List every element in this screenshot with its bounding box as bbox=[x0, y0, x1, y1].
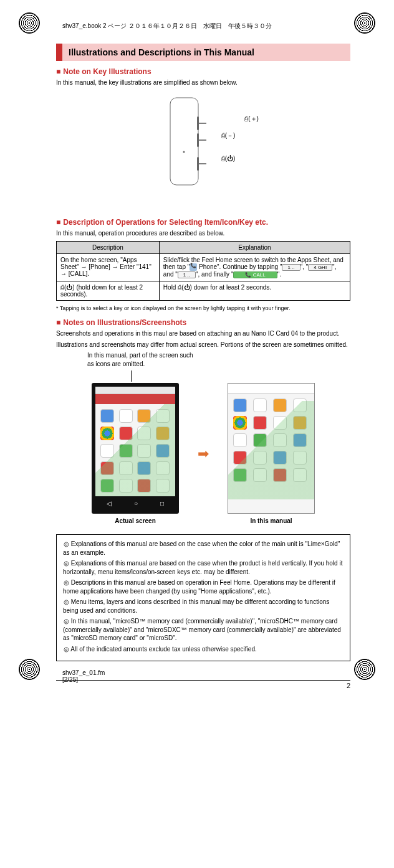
th-explanation: Explanation bbox=[159, 242, 350, 254]
section-heading: Illustrations and Descriptions in This M… bbox=[56, 44, 350, 61]
phone-icon bbox=[190, 263, 197, 271]
subhead-screenshots: Notes on Illustrations/Screenshots bbox=[56, 318, 350, 327]
subhead-operations: Description of Operations for Selecting … bbox=[56, 218, 350, 227]
manual-caption: In this manual bbox=[228, 517, 315, 524]
section-title: Illustrations and Descriptions in This M… bbox=[69, 47, 344, 57]
subhead-key-illustrations: Note on Key Illustrations bbox=[56, 67, 350, 76]
table-row: On the home screen, "Apps Sheet" → [Phon… bbox=[57, 254, 350, 281]
body-key-illustrations: In this manual, the key illustrations ar… bbox=[56, 78, 350, 87]
footer-file: shv37_e_01.fm [2/25] bbox=[62, 669, 105, 683]
note-item: ◎ In this manual, "microSD™ memory card … bbox=[63, 617, 344, 643]
page-number: 2 bbox=[347, 682, 350, 689]
arrow-icon: ➡ bbox=[198, 446, 209, 462]
crop-mark-tr bbox=[354, 12, 375, 37]
body-screenshots-1: Screenshots and operations in this maul … bbox=[56, 329, 350, 338]
keypad-1-icon: 1 .. bbox=[282, 264, 300, 271]
svg-rect-1 bbox=[197, 116, 199, 130]
notes-box: ◎ Explanations of this manual are based … bbox=[56, 534, 350, 661]
body-screenshots-2: Illustrations and screenshots may differ… bbox=[56, 341, 350, 349]
crop-mark-tl bbox=[19, 12, 40, 37]
key-label-minus: ⎙(－) bbox=[221, 132, 236, 139]
manual-screenshot: In this manual bbox=[228, 383, 315, 524]
callout-line bbox=[131, 370, 132, 382]
svg-rect-0 bbox=[170, 98, 198, 185]
cell-desc-2: ⎙(⏻) (hold down for at least 2 seconds). bbox=[57, 281, 160, 301]
cell-expl-1: Slide/flick the Feel Home screen to swit… bbox=[159, 254, 350, 281]
keypad-4-icon: 4 GHI bbox=[308, 264, 332, 271]
crop-mark-br bbox=[354, 659, 375, 683]
body-operations: In this manual, operation procedures are… bbox=[56, 229, 350, 238]
cell-expl-2: Hold ⎙(⏻) down for at least 2 seconds. bbox=[159, 281, 350, 301]
footnote-tapping: * Tapping is to select a key or icon dis… bbox=[56, 304, 350, 312]
caption-omitted-note: In this manual, part of the screen such … bbox=[87, 351, 199, 368]
svg-rect-2 bbox=[197, 133, 199, 147]
phone-key-diagram: ⎙(＋) ⎙(－) ⎙(⏻) bbox=[56, 95, 350, 207]
operations-table: Description Explanation On the home scre… bbox=[56, 241, 350, 301]
page: shv37_e.book 2 ページ ２０１６年１０月２６日 水曜日 午後５時３… bbox=[0, 0, 394, 708]
cell-desc-1: On the home screen, "Apps Sheet" → [Phon… bbox=[57, 254, 160, 281]
keypad-1b-icon: 1 .. bbox=[178, 271, 196, 278]
key-label-power: ⎙(⏻) bbox=[221, 155, 236, 162]
table-row: ⎙(⏻) (hold down for at least 2 seconds).… bbox=[57, 281, 350, 301]
th-description: Description bbox=[57, 242, 160, 254]
note-item: ◎ Explanations of this manual are based … bbox=[63, 559, 344, 576]
screenshots-row: ◁○□ Actual screen ➡ In this manual bbox=[56, 383, 350, 524]
book-info: shv37_e.book 2 ページ ２０１６年１０月２６日 水曜日 午後５時３… bbox=[62, 22, 272, 31]
note-item: ◎ Descriptions in this manual are based … bbox=[63, 578, 344, 595]
crop-mark-bl bbox=[19, 659, 40, 683]
svg-point-3 bbox=[183, 151, 185, 153]
note-item: ◎ All of the indicated amounts exclude t… bbox=[63, 645, 344, 654]
note-item: ◎ Explanations of this manual are based … bbox=[63, 540, 344, 557]
svg-rect-4 bbox=[197, 157, 199, 171]
call-button-icon: 📞 CALL bbox=[233, 271, 277, 278]
actual-screenshot: ◁○□ Actual screen bbox=[92, 383, 179, 524]
note-item: ◎ Menu items, layers and icons described… bbox=[63, 598, 344, 615]
actual-caption: Actual screen bbox=[92, 517, 179, 524]
key-label-plus: ⎙(＋) bbox=[244, 115, 259, 122]
